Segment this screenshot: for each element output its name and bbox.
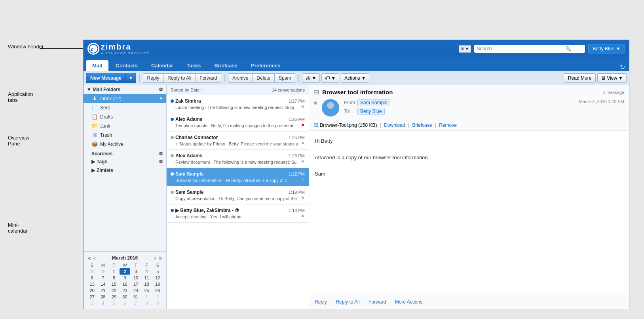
email-flag-icon[interactable]: ⚑ [301, 214, 305, 219]
email-flag-icon[interactable]: ⚑ [301, 178, 305, 183]
email-item[interactable]: Sam Sample1:19 PMCopy of presentation · … [167, 186, 309, 204]
tab-calendar[interactable]: Calendar [145, 60, 180, 71]
folder-sent[interactable]: 📄 Sent [84, 103, 166, 112]
refresh-button[interactable]: ↻ [620, 63, 625, 71]
folder-drafts[interactable]: 📋 Drafts [84, 112, 166, 121]
tab-mail[interactable]: Mail [86, 60, 108, 71]
cal-day[interactable]: 20 [87, 287, 98, 294]
cal-day[interactable]: 19 [152, 281, 163, 287]
email-item[interactable]: ▶ Betty Blue, ZakSimbra - ③1:18 PMAccept… [167, 204, 309, 223]
cal-day[interactable]: 13 [87, 281, 98, 287]
cal-day[interactable]: 9 [120, 275, 131, 281]
cal-day[interactable]: 6 [120, 300, 131, 306]
cal-day[interactable]: 12 [152, 275, 163, 281]
email-item[interactable]: Charles Connector1:25 PM↑Status update b… [167, 132, 309, 150]
cal-day[interactable]: 3 [130, 268, 141, 275]
cal-day[interactable]: 4 [98, 300, 109, 306]
cal-day[interactable]: 30 [120, 294, 131, 300]
tags-section[interactable]: ▶ Tags ⚙ [84, 157, 166, 166]
collapse-icon[interactable]: ⊟ [314, 88, 319, 96]
tag-button[interactable]: 🏷 ▼ [321, 73, 339, 83]
tab-contacts[interactable]: Contacts [109, 60, 144, 71]
cal-day[interactable]: 4 [141, 268, 152, 275]
cal-day[interactable]: 28 [87, 268, 98, 275]
from-tag[interactable]: Sam Sample [357, 99, 390, 106]
cal-day[interactable]: 5 [108, 300, 120, 306]
email-item[interactable]: Alex Adams1:23 PMReview document · The f… [167, 150, 309, 168]
cal-day[interactable]: 16 [120, 281, 131, 287]
archive-button[interactable]: Archive [228, 73, 252, 83]
cal-day[interactable]: 1 [141, 294, 152, 300]
actions-button[interactable]: Actions ▼ [341, 73, 369, 83]
cal-day[interactable]: 11 [141, 275, 152, 281]
cal-day[interactable]: 3 [87, 300, 98, 306]
cal-day[interactable]: 5 [152, 268, 163, 275]
folder-inbox[interactable]: ⬇ Inbox (12) ▼ [84, 94, 166, 103]
email-flag-icon[interactable]: ⚑ [301, 141, 305, 146]
cal-day[interactable]: 7 [98, 275, 109, 281]
cal-day[interactable]: 6 [87, 275, 98, 281]
cal-day[interactable]: 2 [120, 268, 131, 275]
cal-prev-month-button[interactable]: ‹ [93, 255, 97, 261]
user-menu-button[interactable]: Betty Blue ▼ [588, 44, 625, 53]
search-icon[interactable]: 🔍 [565, 46, 571, 52]
cal-day[interactable]: 27 [87, 294, 98, 300]
cal-day[interactable]: 29 [108, 294, 120, 300]
email-item[interactable]: Zak Simbra1:27 PMLunch meeting · The fol… [167, 95, 309, 113]
cal-day[interactable]: 23 [120, 287, 131, 294]
to-tag[interactable]: Betty Blue [357, 108, 385, 115]
email-flag-icon[interactable]: ⚑ [301, 105, 305, 110]
mail-folders-header[interactable]: ▼ Mail Folders ⚙ [84, 85, 166, 94]
cal-day[interactable]: 24 [130, 287, 141, 294]
remove-link[interactable]: Remove [439, 122, 457, 128]
delete-button[interactable]: Delete [252, 73, 274, 83]
cal-day[interactable]: 1 [108, 268, 120, 275]
cal-day[interactable]: 31 [130, 294, 141, 300]
cal-day[interactable]: 26 [152, 287, 163, 294]
search-input[interactable] [477, 46, 564, 52]
email-item[interactable]: Alex Adams1:26 PMTemplate update · Betty… [167, 113, 309, 132]
print-button[interactable]: 🖨 ▼ [302, 73, 320, 83]
tab-preferences[interactable]: Preferences [245, 60, 287, 71]
cal-day[interactable]: 2 [152, 294, 163, 300]
search-type-dropdown[interactable]: ✉ ▼ [459, 45, 471, 53]
cal-day[interactable]: 28 [98, 294, 109, 300]
folder-junk[interactable]: 📁 Junk [84, 121, 166, 130]
more-actions-link[interactable]: More Actions [395, 299, 422, 305]
cal-day[interactable]: 29 [98, 268, 109, 275]
view-button[interactable]: 🖥 View ▼ [597, 73, 627, 83]
cal-day[interactable]: 25 [141, 287, 152, 294]
folder-myarchive[interactable]: 📦 My Archive [84, 139, 166, 149]
cal-day[interactable]: 9 [152, 300, 163, 306]
cal-day[interactable]: 8 [141, 300, 152, 306]
reply-all-button[interactable]: Reply to All [163, 73, 195, 83]
reply-action-link[interactable]: Reply [315, 299, 327, 305]
spam-button[interactable]: Spam [274, 73, 295, 83]
read-more-button[interactable]: Read More [564, 73, 596, 83]
email-item[interactable]: Sam Sample1:22 PMBrowser tool informatio… [167, 168, 309, 186]
cal-day[interactable]: 10 [130, 275, 141, 281]
cal-day[interactable]: 14 [98, 281, 109, 287]
cal-next-month-button[interactable]: › [153, 255, 158, 261]
tab-briefcase[interactable]: Briefcase [208, 60, 244, 71]
cal-next-year-button[interactable]: » [158, 255, 163, 261]
sort-button[interactable]: Sorted by Date ↕ [171, 88, 203, 92]
forward-button[interactable]: Forward [195, 73, 221, 83]
briefcase-link[interactable]: Briefcase [412, 122, 432, 128]
reply-all-action-link[interactable]: Reply to All [336, 299, 359, 305]
download-link[interactable]: Download [384, 122, 405, 128]
cal-day[interactable]: 15 [108, 281, 120, 287]
cal-day[interactable]: 21 [98, 287, 109, 294]
cal-day[interactable]: 17 [130, 281, 141, 287]
cal-day[interactable]: 8 [108, 275, 120, 281]
email-flag-icon[interactable]: ⚑ [301, 196, 305, 201]
folder-trash[interactable]: 🗑 Trash [84, 130, 166, 139]
reply-button[interactable]: Reply [143, 73, 163, 83]
email-flag-icon[interactable]: ⚑ [301, 159, 305, 164]
cal-day[interactable]: 18 [141, 281, 152, 287]
forward-action-link[interactable]: Forward [369, 299, 386, 305]
zimlets-section[interactable]: ▶ Zimlets [84, 166, 166, 175]
tab-tasks[interactable]: Tasks [180, 60, 207, 71]
new-message-dropdown[interactable]: ▼ [126, 73, 136, 83]
cal-prev-year-button[interactable]: « [87, 255, 92, 261]
